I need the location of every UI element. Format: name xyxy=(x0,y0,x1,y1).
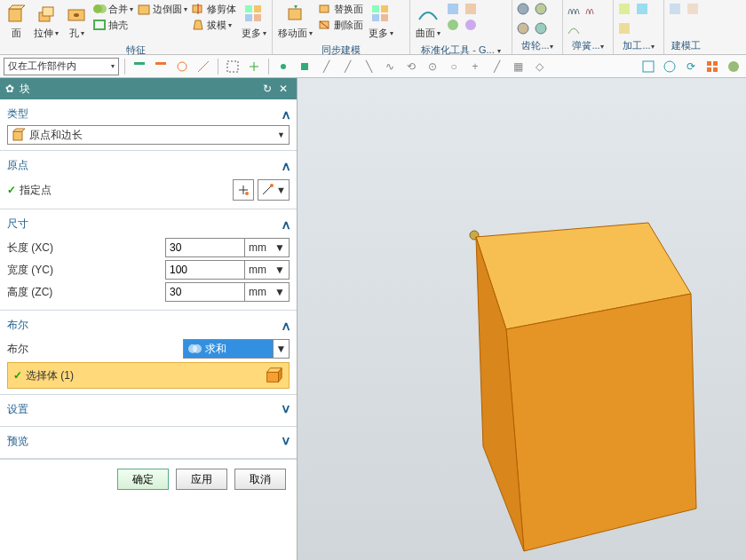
tool-icon[interactable] xyxy=(635,2,649,16)
std-tool-1[interactable] xyxy=(446,2,460,16)
gear-icon[interactable] xyxy=(534,2,548,16)
tool-icon[interactable] xyxy=(617,2,631,16)
tb-view-2[interactable] xyxy=(661,58,679,75)
ribbon-hole[interactable]: 孔▾ xyxy=(64,2,89,42)
svg-rect-15 xyxy=(245,14,252,21)
cancel-button[interactable]: 取消 xyxy=(234,469,286,490)
tb-snap-quad[interactable]: ○ xyxy=(445,58,463,75)
svg-rect-22 xyxy=(381,5,388,12)
tb-snap-1[interactable] xyxy=(274,58,292,75)
spring-icon[interactable] xyxy=(567,2,581,16)
snap-icon xyxy=(298,59,312,74)
type-dropdown[interactable]: 原点和边长 ▼ xyxy=(7,125,290,145)
ribbon-draft[interactable]: 拔模▾ xyxy=(191,18,236,32)
svg-point-42 xyxy=(281,64,286,69)
bool-select[interactable]: 求和 ▼ xyxy=(183,339,290,359)
ribbon-deleteface[interactable]: 删除面 xyxy=(318,18,363,32)
ribbon-replaceface[interactable]: 替换面 xyxy=(318,2,363,16)
height-input[interactable] xyxy=(165,282,245,302)
dim-label: 高度 (ZC) xyxy=(7,285,52,300)
tb-filter-4[interactable] xyxy=(194,58,212,75)
gear-icon[interactable] xyxy=(516,2,530,16)
ribbon-unite[interactable]: 合并▾ xyxy=(92,2,133,16)
width-unit[interactable]: mm▼ xyxy=(245,260,290,280)
tb-view-grid[interactable] xyxy=(703,58,721,75)
tool-icon[interactable] xyxy=(668,2,682,16)
ribbon-face[interactable]: 面 xyxy=(4,2,28,42)
svg-marker-1 xyxy=(9,5,25,9)
spring-icon[interactable] xyxy=(567,21,581,35)
ribbon-group-label[interactable]: 建模工 xyxy=(671,40,701,51)
viewport-3d[interactable] xyxy=(298,78,746,560)
svg-rect-10 xyxy=(193,5,202,12)
section-label: 尺寸 xyxy=(7,217,28,232)
bool-label: 布尔 xyxy=(7,342,28,357)
selection-scope-combo[interactable]: 仅在工作部件内▾ xyxy=(4,58,119,75)
point-dialog-button[interactable] xyxy=(233,179,254,201)
ribbon-group-label[interactable]: 加工... xyxy=(623,40,650,51)
tb-select-rect[interactable] xyxy=(224,58,242,75)
ribbon-trim[interactable]: 修剪体 xyxy=(191,2,236,16)
select-body-row[interactable]: ✓ 选择体 (1) xyxy=(7,362,290,389)
close-icon[interactable]: ✕ xyxy=(275,81,291,97)
svg-rect-46 xyxy=(707,61,711,66)
width-input[interactable] xyxy=(165,260,245,280)
section-head-settings[interactable]: 设置 ʌ xyxy=(7,400,290,421)
chevron-down-icon[interactable]: ▼ xyxy=(273,340,289,358)
tb-snap-perp[interactable]: ╱ xyxy=(488,58,505,75)
std-tool-3[interactable] xyxy=(464,2,478,16)
apply-button[interactable]: 应用 xyxy=(176,469,227,490)
spring-icon[interactable] xyxy=(584,2,599,16)
std-tool-2[interactable] xyxy=(446,18,460,32)
tb-snap-2[interactable] xyxy=(296,58,313,75)
height-unit[interactable]: mm▼ xyxy=(245,282,290,302)
ribbon-surface[interactable]: 曲面▾ xyxy=(414,2,442,42)
tool-icon[interactable] xyxy=(686,2,700,16)
dim-label: 宽度 (YC) xyxy=(7,263,53,278)
gear-icon[interactable] xyxy=(516,21,530,35)
tb-filter-1[interactable] xyxy=(131,58,148,75)
tb-view-refresh[interactable]: ⟳ xyxy=(682,58,700,75)
section-head-preview[interactable]: 预览 ʌ xyxy=(7,432,290,453)
tb-filter-3[interactable] xyxy=(173,58,191,75)
tb-snap-cross[interactable]: + xyxy=(466,58,484,75)
ribbon-group-label[interactable]: 弹簧... xyxy=(572,40,599,51)
ribbon-group-machining: 加工...▾ xyxy=(614,0,664,54)
section-head-bool[interactable]: 布尔 ʌ xyxy=(7,316,290,336)
tb-view-more[interactable] xyxy=(725,58,742,75)
gear-icon[interactable] xyxy=(534,21,548,35)
tb-snap-tangent[interactable]: ⟲ xyxy=(402,58,420,75)
reset-icon[interactable]: ↻ xyxy=(259,81,275,97)
tb-select-plus[interactable] xyxy=(245,58,263,75)
tb-snap-mid[interactable]: ╱ xyxy=(338,58,356,75)
gear-icon[interactable]: ✿ xyxy=(5,83,14,95)
length-input[interactable] xyxy=(165,238,245,257)
tb-snap-end[interactable]: ╲ xyxy=(360,58,377,75)
snap-icon xyxy=(276,59,290,74)
ok-button[interactable]: 确定 xyxy=(117,469,169,490)
section-head-type[interactable]: 类型 ʌ xyxy=(7,105,290,125)
ribbon-shell[interactable]: 抽壳 xyxy=(92,18,133,32)
section-head-dim[interactable]: 尺寸 ʌ xyxy=(7,215,290,235)
tool-icon[interactable] xyxy=(617,21,631,35)
block-dialog: ✿ 块 ↻ ✕ 类型 ʌ 原点和边长 ▼ 原点 ʌ xyxy=(0,78,298,560)
ribbon-group-label[interactable]: 标准化工具 - G... xyxy=(421,44,495,55)
tb-snap-curve[interactable]: ∿ xyxy=(381,58,399,75)
tb-snap-center[interactable]: ⊙ xyxy=(424,58,441,75)
ribbon-extrude[interactable]: 拉伸▾ xyxy=(32,2,60,42)
ribbon-group-label[interactable]: 齿轮... xyxy=(521,40,549,51)
ribbon-more-feature[interactable]: 更多▾ xyxy=(240,2,268,42)
length-unit[interactable]: mm▼ xyxy=(245,238,290,257)
ribbon-moveface[interactable]: 移动面▾ xyxy=(276,2,314,42)
caret-up-icon: ʌ xyxy=(282,217,290,232)
tb-snap-grid[interactable]: ▦ xyxy=(509,58,527,75)
std-tool-4[interactable] xyxy=(464,18,478,32)
section-head-origin[interactable]: 原点 ʌ xyxy=(7,156,290,177)
tb-snap-line[interactable]: ╱ xyxy=(317,58,335,75)
ribbon-chamfer[interactable]: 边倒圆▾ xyxy=(137,2,187,16)
tb-filter-2[interactable] xyxy=(152,58,170,75)
tb-snap-node[interactable]: ◇ xyxy=(530,58,548,75)
tb-view-1[interactable] xyxy=(639,58,657,75)
point-vector-button[interactable]: ▼ xyxy=(258,179,290,201)
ribbon-more-sync[interactable]: 更多▾ xyxy=(367,2,395,42)
